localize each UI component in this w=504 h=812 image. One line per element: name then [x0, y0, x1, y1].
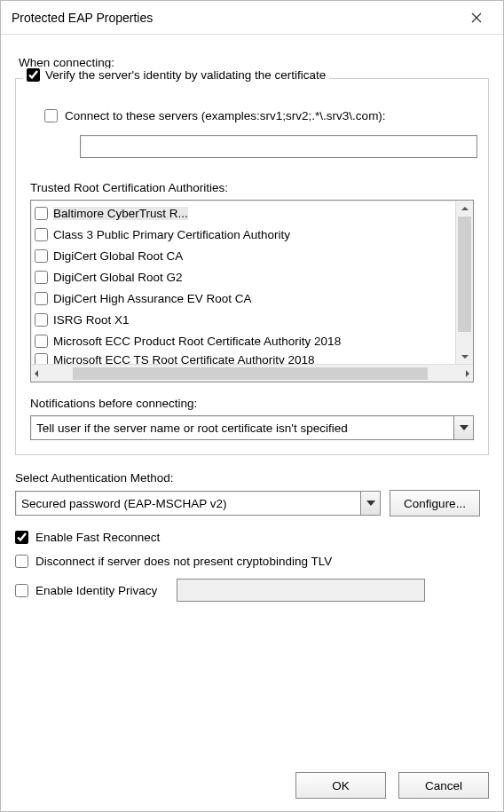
list-item-checkbox[interactable] [35, 335, 48, 348]
chevron-down-icon [366, 501, 375, 506]
list-item[interactable]: Baltimore CyberTrust R... [33, 202, 453, 224]
connect-servers-checkbox[interactable] [44, 109, 58, 122]
list-item[interactable]: Microsoft ECC Product Root Certificate A… [33, 330, 453, 351]
list-item-label: DigiCert Global Root G2 [53, 271, 183, 284]
list-item-label: DigiCert High Assurance EV Root CA [53, 292, 252, 305]
ok-button[interactable]: OK [295, 772, 386, 799]
trusted-roots-label: Trusted Root Certification Authorities: [30, 181, 477, 194]
scroll-down-icon[interactable] [456, 348, 473, 364]
list-item-checkbox[interactable] [35, 271, 48, 284]
identity-privacy-input[interactable] [177, 579, 425, 602]
titlebar: Protected EAP Properties [1, 1, 503, 35]
auth-method-selected: Secured password (EAP-MSCHAP v2) [16, 492, 360, 515]
list-item-label: Baltimore CyberTrust R... [53, 207, 188, 220]
list-item-label: Class 3 Public Primary Certification Aut… [53, 228, 290, 241]
vertical-scrollbar[interactable] [455, 201, 473, 364]
auth-method-label: Select Authentication Method: [15, 471, 489, 485]
list-item[interactable]: ISRG Root X1 [33, 309, 453, 330]
horizontal-scrollbar[interactable] [31, 364, 473, 382]
disconnect-cryptobinding-label[interactable]: Disconnect if server does not present cr… [35, 555, 332, 568]
identity-privacy-checkbox[interactable] [15, 584, 28, 597]
list-item-label: DigiCert Global Root CA [53, 249, 183, 263]
notifications-selected: Tell user if the server name or root cer… [31, 416, 453, 439]
list-item[interactable]: DigiCert High Assurance EV Root CA [33, 288, 453, 309]
dropdown-button[interactable] [360, 492, 380, 515]
close-button[interactable] [457, 4, 496, 31]
when-connecting-label: When connecting: [19, 56, 489, 69]
fast-reconnect-checkbox[interactable] [15, 531, 28, 544]
list-item-checkbox[interactable] [35, 228, 48, 241]
cancel-button[interactable]: Cancel [398, 772, 489, 799]
list-item[interactable]: Class 3 Public Primary Certification Aut… [33, 224, 453, 245]
scroll-right-icon[interactable] [465, 367, 469, 380]
trusted-roots-listbox[interactable]: Baltimore CyberTrust R...Class 3 Public … [30, 200, 474, 382]
verify-identity-label[interactable]: Verify the server's identity by validati… [45, 68, 326, 82]
dialog-footer: OK Cancel [1, 760, 503, 811]
connect-servers-input[interactable] [80, 135, 477, 158]
scroll-left-icon[interactable] [35, 367, 39, 380]
list-item-checkbox[interactable] [35, 313, 48, 327]
chevron-down-icon [460, 425, 469, 430]
verify-identity-group: Verify the server's identity by validati… [15, 78, 489, 455]
connect-servers-label[interactable]: Connect to these servers (examples:srv1;… [65, 109, 386, 122]
list-item-label: Microsoft ECC Product Root Certificate A… [53, 335, 341, 348]
scroll-thumb[interactable] [458, 217, 471, 332]
notifications-dropdown[interactable]: Tell user if the server name or root cer… [30, 415, 474, 440]
list-item-checkbox[interactable] [35, 249, 48, 263]
list-item[interactable]: Microsoft ECC TS Root Certificate Author… [33, 351, 453, 364]
scroll-up-icon[interactable] [456, 201, 473, 217]
configure-button[interactable]: Configure... [390, 490, 480, 516]
fast-reconnect-label[interactable]: Enable Fast Reconnect [35, 531, 160, 544]
eap-properties-dialog: Protected EAP Properties When connecting… [0, 0, 504, 812]
list-item-checkbox[interactable] [35, 292, 48, 305]
hscroll-thumb[interactable] [73, 367, 428, 380]
identity-privacy-label[interactable]: Enable Identity Privacy [35, 584, 157, 597]
window-title: Protected EAP Properties [12, 11, 153, 25]
list-item-checkbox[interactable] [35, 207, 48, 220]
list-item-label: Microsoft ECC TS Root Certificate Author… [53, 353, 315, 364]
disconnect-cryptobinding-checkbox[interactable] [15, 555, 28, 568]
list-item[interactable]: DigiCert Global Root G2 [33, 266, 453, 288]
list-item-label: ISRG Root X1 [53, 313, 130, 327]
dropdown-button[interactable] [453, 416, 473, 439]
list-item-checkbox[interactable] [35, 353, 48, 364]
verify-identity-checkbox[interactable] [27, 68, 40, 82]
notifications-label: Notifications before connecting: [30, 397, 477, 410]
close-icon [471, 12, 482, 23]
auth-method-dropdown[interactable]: Secured password (EAP-MSCHAP v2) [15, 491, 381, 516]
list-item[interactable]: DigiCert Global Root CA [33, 245, 453, 266]
